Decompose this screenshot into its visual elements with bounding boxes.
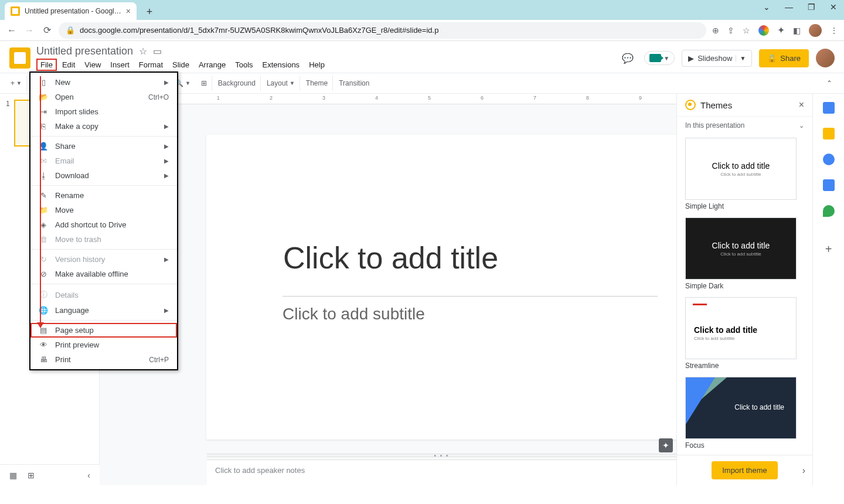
title-placeholder[interactable]: Click to add title — [283, 226, 658, 290]
tasks-icon[interactable] — [823, 154, 835, 165]
lock-icon: 🔒 — [66, 26, 75, 35]
slideshow-button[interactable]: ▶ Slideshow ▼ — [682, 50, 752, 67]
zoom-icon[interactable]: ⊕ — [712, 26, 719, 35]
file-menu-dropdown: ▯New▶ 📂OpenCtrl+O ⇥Import slides ⎘Make a… — [29, 71, 178, 370]
star-icon[interactable]: ☆ — [139, 46, 147, 57]
profile-avatar[interactable] — [809, 24, 822, 37]
themes-subheader[interactable]: In this presentation ⌄ — [677, 117, 812, 134]
menu-item-move[interactable]: 📁Move — [30, 203, 177, 217]
chevron-down-icon[interactable]: ⌄ — [761, 2, 772, 12]
menu-item-share[interactable]: 👤Share▶ — [30, 139, 177, 154]
submenu-arrow-icon: ▶ — [164, 256, 169, 263]
menu-edit[interactable]: Edit — [58, 59, 79, 71]
menu-tools[interactable]: Tools — [231, 59, 257, 71]
theme-label: Simple Dark — [685, 282, 804, 290]
menu-item-offline[interactable]: ⊘Make available offline — [30, 267, 177, 281]
present-icon: ▶ — [688, 54, 694, 63]
theme-item[interactable]: Click to add title Focus — [685, 377, 804, 449]
chrome-menu-icon[interactable]: ⋮ — [830, 26, 838, 35]
new-tab-button[interactable]: + — [141, 4, 158, 20]
close-themes-icon[interactable]: × — [799, 100, 804, 110]
menu-format[interactable]: Format — [135, 59, 167, 71]
submenu-arrow-icon: ▶ — [164, 143, 169, 149]
slide-canvas[interactable]: Click to add title Click to add subtitle — [206, 135, 676, 440]
menu-item-import-slides[interactable]: ⇥Import slides — [30, 104, 177, 119]
menu-help[interactable]: Help — [305, 59, 329, 71]
menu-item-new[interactable]: ▯New▶ — [30, 75, 177, 90]
window-controls: ⌄ — ❐ ✕ — [761, 2, 839, 12]
bookmark-icon[interactable]: ☆ — [743, 26, 750, 35]
reload-button[interactable]: ⟳ — [41, 25, 53, 36]
import-theme-button[interactable]: Import theme — [712, 461, 778, 479]
new-slide-button[interactable]: + ▼ — [6, 76, 27, 91]
layout-button[interactable]: Layout▼ — [262, 76, 300, 91]
browser-tab[interactable]: Untitled presentation - Google Sl × — [5, 2, 137, 20]
background-button[interactable]: Background — [213, 76, 261, 91]
transition-button[interactable]: Transition — [334, 76, 374, 91]
next-theme-icon[interactable]: › — [802, 465, 805, 476]
comments-icon[interactable]: 💬 — [618, 49, 637, 67]
minimize-icon[interactable]: — — [783, 2, 795, 12]
menu-item-version-history: ↻Version history▶ — [30, 252, 177, 267]
menu-item-rename[interactable]: ✎Rename — [30, 188, 177, 203]
move-doc-icon[interactable]: ▭ — [153, 46, 162, 57]
add-addon-icon[interactable]: + — [825, 243, 832, 256]
keep-icon[interactable] — [823, 128, 835, 139]
close-window-icon[interactable]: ✕ — [828, 2, 839, 12]
menu-item-print[interactable]: 🖶PrintCtrl+P — [30, 352, 177, 367]
menu-arrange[interactable]: Arrange — [195, 59, 230, 71]
menu-item-language[interactable]: 🌐Language▶ — [30, 303, 177, 318]
share-button[interactable]: 🔒 Share — [759, 49, 809, 67]
theme-label: Simple Light — [685, 202, 804, 210]
doc-title[interactable]: Untitled presentation — [36, 45, 133, 57]
subtitle-placeholder[interactable]: Click to add subtitle — [283, 296, 658, 331]
menu-file[interactable]: File — [36, 59, 57, 71]
menu-item-print-preview[interactable]: 👁Print preview — [30, 338, 177, 352]
account-avatar[interactable] — [816, 49, 835, 67]
caret-down-icon[interactable]: ▼ — [736, 55, 746, 62]
calendar-icon[interactable] — [823, 102, 835, 114]
browser-tab-strip: Untitled presentation - Google Sl × + ⌄ … — [0, 0, 844, 20]
filmstrip-icon[interactable]: ▦ — [9, 471, 17, 480]
menu-slide[interactable]: Slide — [168, 59, 193, 71]
menu-insert[interactable]: Insert — [106, 59, 134, 71]
theme-button[interactable]: Theme — [301, 76, 333, 91]
close-tab-icon[interactable]: × — [126, 6, 131, 16]
notes-drag-handle[interactable]: • • • — [207, 454, 676, 457]
menu-extensions[interactable]: Extensions — [258, 59, 304, 71]
theme-item[interactable]: Click to add titleClick to add subtitle … — [685, 297, 804, 370]
maps-icon[interactable] — [823, 205, 835, 217]
textbox-button[interactable]: ⊞ — [196, 76, 212, 91]
extension-icon[interactable] — [758, 25, 769, 36]
theme-item[interactable]: Click to add titleClick to add subtitle … — [685, 217, 804, 290]
grid-icon[interactable]: ⊞ — [28, 471, 35, 480]
menu-view[interactable]: View — [80, 59, 105, 71]
app-header: Untitled presentation ☆ ▭ File Edit View… — [0, 41, 844, 73]
menu-item-open[interactable]: 📂OpenCtrl+O — [30, 90, 177, 104]
sidepanel-icon[interactable]: ◧ — [793, 26, 801, 35]
menu-item-download[interactable]: ⭳Download▶ — [30, 168, 177, 183]
menu-item-move-trash: 🗑Move to trash — [30, 232, 177, 247]
lock-icon: 🔒 — [767, 54, 777, 63]
maximize-icon[interactable]: ❐ — [805, 2, 817, 12]
extensions-icon[interactable]: ✦ — [777, 25, 785, 36]
forward-button[interactable]: → — [23, 25, 35, 36]
slides-logo[interactable] — [9, 47, 30, 69]
themes-list: Click to add titleClick to add subtitle … — [677, 134, 812, 455]
contacts-icon[interactable] — [823, 179, 835, 191]
menu-item-page-setup[interactable]: ▤Page setup — [30, 323, 177, 338]
collapse-toolbar-icon[interactable]: ⌃ — [821, 77, 838, 90]
menu-item-add-shortcut[interactable]: ◈Add shortcut to Drive — [30, 217, 177, 232]
back-button[interactable]: ← — [6, 25, 18, 36]
speaker-notes[interactable]: Click to add speaker notes — [207, 459, 676, 485]
explore-button[interactable]: ✦ — [659, 438, 673, 452]
meet-button[interactable]: ▼ — [644, 51, 675, 65]
title-text: Click to add title — [283, 240, 498, 275]
collapse-filmstrip-icon[interactable]: ‹ — [87, 471, 90, 480]
annotation-arrow — [40, 76, 41, 327]
url-input[interactable]: 🔒 docs.google.com/presentation/d/1_5dxk7… — [59, 22, 706, 39]
slides-favicon — [11, 6, 20, 16]
share-url-icon[interactable]: ⇪ — [727, 26, 734, 35]
menu-item-make-copy[interactable]: ⎘Make a copy▶ — [30, 119, 177, 134]
theme-item[interactable]: Click to add titleClick to add subtitle … — [685, 138, 804, 210]
